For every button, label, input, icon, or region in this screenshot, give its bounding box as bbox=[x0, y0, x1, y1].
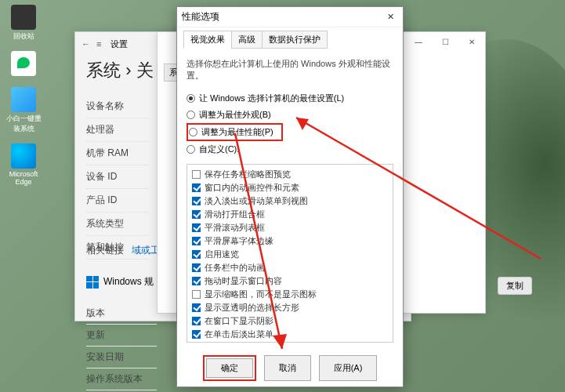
windows-spec-header: Windows 规 bbox=[86, 275, 154, 289]
effect-checkbox-row[interactable]: 在视图中淡入淡出或滑动工具提示 bbox=[192, 341, 388, 343]
spec-row: 产品 ID bbox=[86, 189, 149, 212]
radio-group: 让 Windows 选择计算机的最佳设置(L) 调整为最佳外观(B) 调整为最佳… bbox=[187, 90, 393, 158]
radio-icon bbox=[187, 111, 195, 119]
dialog-button-row: 确定 取消 应用(A) bbox=[177, 347, 403, 387]
effect-checkbox-row[interactable]: 淡入淡出或滑动菜单到视图 bbox=[192, 194, 388, 208]
close-button[interactable]: ✕ bbox=[458, 32, 485, 51]
highlight-ok-button: 确定 bbox=[203, 355, 256, 381]
effect-checkbox-row[interactable]: 保存任务栏缩略图预览 bbox=[192, 168, 388, 181]
desktop-icon-folder-app[interactable]: 小白一键重装系统 bbox=[5, 87, 42, 134]
effect-checkbox-row[interactable]: 平滑屏幕字体边缘 bbox=[192, 234, 388, 248]
effect-label: 拖动时显示窗口内容 bbox=[205, 275, 282, 287]
apply-button[interactable]: 应用(A) bbox=[319, 355, 378, 381]
effect-label: 显示缩略图，而不是显示图标 bbox=[205, 289, 317, 300]
desktop-icon-wechat[interactable] bbox=[5, 51, 42, 78]
ok-button[interactable]: 确定 bbox=[206, 358, 253, 378]
effect-label: 平滑滚动列表框 bbox=[205, 222, 265, 234]
checkbox-icon bbox=[192, 263, 201, 272]
effect-label: 保存任务栏缩略图预览 bbox=[205, 169, 291, 180]
dialog-description: 选择你想在此计算机上使用的 Windows 外观和性能设置。 bbox=[187, 58, 393, 82]
effect-label: 滑动打开组合框 bbox=[205, 209, 265, 220]
effect-checkbox-row[interactable]: 显示亚透明的选择长方形 bbox=[192, 301, 388, 314]
effect-checkbox-row[interactable]: 在窗口下显示阴影 bbox=[192, 314, 388, 328]
spec-row: 处理器 bbox=[86, 118, 149, 142]
related-links: 相关链接 域或工 bbox=[86, 244, 160, 257]
copy-button[interactable]: 复制 bbox=[498, 277, 532, 295]
highlight-best-performance: 调整为最佳性能(P) bbox=[187, 123, 283, 141]
desktop-icon-recycle-bin[interactable]: 回收站 bbox=[5, 5, 42, 42]
effect-label: 启用速览 bbox=[205, 249, 239, 260]
effect-label: 显示亚透明的选择长方形 bbox=[205, 302, 299, 314]
windows-spec-list: 版本 更新 安装日期 操作系统版本 bbox=[86, 303, 157, 390]
settings-title: 设置 bbox=[110, 38, 128, 50]
radio-auto[interactable]: 让 Windows 选择计算机的最佳设置(L) bbox=[187, 90, 393, 107]
edge-icon bbox=[11, 143, 36, 169]
checkbox-icon bbox=[192, 290, 201, 299]
effect-label: 在窗口下显示阴影 bbox=[205, 315, 273, 327]
checkbox-icon bbox=[192, 303, 201, 312]
effect-label: 平滑屏幕字体边缘 bbox=[205, 235, 273, 247]
spec-row: 更新 bbox=[86, 325, 157, 347]
close-icon[interactable]: ✕ bbox=[382, 10, 398, 24]
minimize-button[interactable]: — bbox=[405, 32, 432, 51]
spec-row: 版本 bbox=[86, 303, 157, 325]
performance-options-dialog: 性能选项 ✕ 视觉效果 高级 数据执行保护 选择你想在此计算机上使用的 Wind… bbox=[176, 6, 404, 387]
spec-row: 机带 RAM bbox=[86, 142, 149, 165]
effect-checkbox-row[interactable]: 平滑滚动列表框 bbox=[192, 221, 388, 234]
effect-checkbox-row[interactable]: 滑动打开组合框 bbox=[192, 208, 388, 221]
checkbox-icon bbox=[192, 277, 201, 285]
desktop-icon-edge[interactable]: Microsoft Edge bbox=[5, 143, 42, 186]
checkbox-icon bbox=[192, 317, 201, 325]
device-spec-list: 设备名称 处理器 机带 RAM 设备 ID 产品 ID 系统类型 笔和触控 bbox=[86, 95, 149, 260]
radio-best-appearance[interactable]: 调整为最佳外观(B) bbox=[187, 107, 393, 123]
checkbox-icon bbox=[192, 250, 201, 259]
effect-label: 淡入淡出或滑动菜单到视图 bbox=[205, 195, 308, 207]
domain-link[interactable]: 域或工 bbox=[132, 245, 160, 256]
dialog-tabs: 视觉效果 高级 数据执行保护 bbox=[177, 27, 403, 49]
effect-label: 任务栏中的动画 bbox=[205, 262, 265, 274]
checkbox-icon bbox=[192, 237, 201, 245]
effect-checkbox-row[interactable]: 显示缩略图，而不是显示图标 bbox=[192, 288, 388, 301]
tab-visual-effects[interactable]: 视觉效果 bbox=[183, 31, 232, 49]
radio-icon bbox=[187, 145, 195, 154]
maximize-button[interactable]: ☐ bbox=[432, 32, 458, 51]
spec-row: 设备名称 bbox=[86, 95, 149, 118]
windows-logo-icon bbox=[86, 276, 99, 289]
folder-icon bbox=[11, 87, 36, 112]
effect-label: 在视图中淡入淡出或滑动工具提示 bbox=[205, 342, 334, 343]
effect-checkbox-row[interactable]: 拖动时显示窗口内容 bbox=[192, 274, 388, 288]
radio-icon bbox=[189, 128, 197, 136]
nav-back[interactable]: ← bbox=[81, 39, 90, 49]
checkbox-icon bbox=[192, 223, 201, 232]
checkbox-icon bbox=[192, 197, 201, 205]
spec-row: 设备 ID bbox=[86, 165, 149, 189]
tab-advanced[interactable]: 高级 bbox=[231, 31, 263, 49]
effect-checkbox-row[interactable]: 任务栏中的动画 bbox=[192, 261, 388, 274]
checkbox-icon bbox=[192, 183, 201, 192]
recycle-bin-icon bbox=[11, 5, 36, 30]
desktop-icons: 回收站 小白一键重装系统 Microsoft Edge bbox=[5, 5, 42, 186]
effect-label: 窗口内的动画控件和元素 bbox=[205, 182, 299, 194]
tab-dep[interactable]: 数据执行保护 bbox=[262, 31, 328, 49]
effect-checkbox-row[interactable]: 在单击后淡出菜单 bbox=[192, 328, 388, 341]
effect-checkbox-row[interactable]: 启用速览 bbox=[192, 248, 388, 261]
nav-menu[interactable]: ≡ bbox=[96, 39, 101, 49]
dialog-title: 性能选项 bbox=[182, 10, 219, 24]
effects-listbox[interactable]: 保存任务栏缩略图预览窗口内的动画控件和元素淡入淡出或滑动菜单到视图滑动打开组合框… bbox=[187, 164, 393, 343]
effect-checkbox-row[interactable]: 窗口内的动画控件和元素 bbox=[192, 181, 388, 194]
wechat-icon bbox=[11, 51, 36, 76]
checkbox-icon bbox=[192, 330, 201, 339]
cancel-button[interactable]: 取消 bbox=[264, 355, 311, 381]
checkbox-icon bbox=[192, 210, 201, 219]
radio-icon bbox=[187, 94, 195, 103]
spec-row: 安装日期 bbox=[86, 347, 157, 368]
checkbox-icon bbox=[192, 170, 201, 179]
radio-custom[interactable]: 自定义(C): bbox=[187, 141, 393, 158]
radio-best-performance[interactable]: 调整为最佳性能(P) bbox=[189, 125, 273, 139]
spec-row: 操作系统版本 bbox=[86, 368, 157, 390]
effect-label: 在单击后淡出菜单 bbox=[205, 328, 273, 340]
spec-row: 系统类型 bbox=[86, 212, 149, 236]
